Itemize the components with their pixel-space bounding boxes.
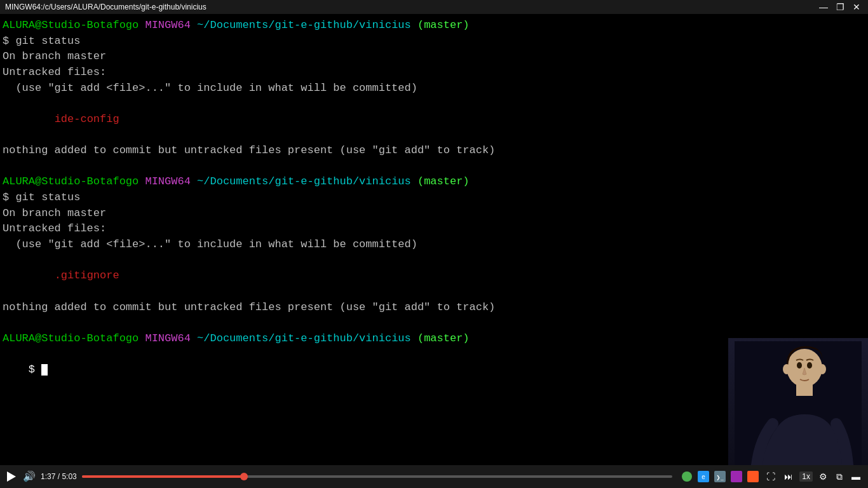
svg-rect-12 [731, 471, 742, 482]
taskbar-icon-3[interactable]: ❯_ [713, 470, 727, 484]
output-2-2: (use "git add <file>..." to include in w… [3, 237, 865, 253]
prompt-space-4 [139, 174, 145, 190]
prompt-space-5 [191, 174, 197, 190]
progress-dot [240, 473, 248, 480]
time-display: 1:37 / 5:03 [41, 472, 77, 481]
prompt-path-1: ~/Documents/git-e-github/vinicius [197, 18, 411, 34]
svg-point-5 [783, 364, 790, 374]
person-silhouette [728, 338, 868, 465]
prompt-user-3: ALURA@Studio-Botafogo [3, 331, 139, 347]
prompt-dollar: $ [29, 363, 41, 376]
prompt-space-2 [191, 18, 197, 34]
play-button[interactable] [5, 470, 18, 483]
untracked-file-2: .gitignore [55, 269, 119, 281]
svg-rect-13 [747, 471, 759, 482]
taskbar-icon-1[interactable] [680, 470, 694, 484]
svg-text:❯_: ❯_ [717, 475, 724, 480]
prompt-line-1: ALURA@Studio-Botafogo MINGW64 ~/Document… [3, 18, 865, 34]
untracked-file-1: ide-config [55, 113, 119, 125]
output-2-1: Untracked files: [3, 221, 865, 237]
prompt-space-6 [411, 174, 417, 190]
prompt-user-2: ALURA@Studio-Botafogo [3, 174, 139, 190]
output-1-7 [3, 159, 865, 175]
output-2-4: .gitignore [3, 268, 865, 284]
output-1-5 [3, 127, 865, 143]
pip-icon[interactable]: ⧉ [834, 470, 845, 484]
theater-icon[interactable]: ▬ [849, 470, 863, 483]
close-button[interactable]: ✕ [850, 2, 863, 12]
cursor [41, 364, 48, 376]
person-svg [735, 341, 862, 465]
output-2-0: On branch master [3, 206, 865, 222]
output-1-0: On branch master [3, 49, 865, 65]
output-1-3 [3, 96, 865, 112]
svg-point-4 [807, 362, 812, 369]
output-2-7 [3, 315, 865, 331]
svg-point-3 [797, 362, 802, 369]
output-1-6: nothing added to commit but untracked fi… [3, 143, 865, 159]
prompt-app-3: MINGW64 [145, 331, 190, 347]
volume-icon[interactable]: 🔊 [23, 470, 36, 483]
prompt-app-1: MINGW64 [145, 18, 190, 34]
speed-badge[interactable]: 1x [799, 471, 813, 482]
prompt-path-3: ~/Documents/git-e-github/vinicius [197, 331, 411, 347]
output-1-1: Untracked files: [3, 65, 865, 81]
person-overlay [728, 338, 868, 465]
play-icon [7, 471, 16, 482]
settings-icon[interactable]: ⚙ [817, 470, 830, 483]
output-2-6: nothing added to commit but untracked fi… [3, 300, 865, 316]
progress-bar[interactable] [82, 475, 673, 478]
svg-rect-2 [796, 384, 813, 396]
fullscreen-icon[interactable]: ⛶ [764, 470, 778, 483]
taskbar-icons: e ❯_ [680, 470, 760, 484]
bottom-bar: 🔊 1:37 / 5:03 e [0, 465, 868, 488]
prompt-branch-1: (master) [417, 18, 470, 34]
output-1-2: (use "git add <file>..." to include in w… [3, 81, 865, 97]
prompt-space-8 [191, 331, 197, 347]
title-bar-controls: — ❐ ✕ [817, 2, 863, 12]
prompt-app-2: MINGW64 [145, 174, 190, 190]
bottom-right-controls: e ❯_ ⛶ ⏭ 1x ⚙ ⧉ [677, 470, 863, 484]
command-line-1: $ git status [3, 34, 865, 50]
time-duration: 5:03 [62, 472, 76, 481]
prompt-space-7 [139, 331, 145, 347]
minimize-button[interactable]: — [817, 2, 830, 12]
time-elapsed: 1:37 [41, 472, 55, 481]
command-line-2: $ git status [3, 190, 865, 206]
prompt-path-2: ~/Documents/git-e-github/vinicius [197, 174, 411, 190]
svg-text:e: e [702, 473, 706, 480]
bottom-left-controls: 🔊 1:37 / 5:03 [5, 470, 77, 483]
taskbar-icon-2[interactable]: e [696, 470, 710, 484]
progress-bar-fill [82, 475, 245, 478]
skip-forward-icon[interactable]: ⏭ [782, 470, 796, 483]
title-bar: MINGW64:/c/Users/ALURA/Documents/git-e-g… [0, 0, 868, 14]
output-2-3 [3, 253, 865, 269]
taskbar-icon-4[interactable] [729, 470, 743, 484]
svg-point-6 [818, 364, 826, 374]
prompt-branch-2: (master) [417, 174, 470, 190]
prompt-space-1 [139, 18, 145, 34]
output-1-4: ide-config [3, 112, 865, 128]
prompt-space-9 [411, 331, 417, 347]
prompt-space-3 [411, 18, 417, 34]
prompt-branch-3: (master) [417, 331, 470, 347]
svg-point-7 [682, 471, 692, 482]
output-2-5 [3, 284, 865, 300]
maximize-button[interactable]: ❐ [834, 2, 846, 12]
taskbar-icon-5[interactable] [746, 470, 760, 484]
prompt-line-2: ALURA@Studio-Botafogo MINGW64 ~/Document… [3, 174, 865, 190]
prompt-user-1: ALURA@Studio-Botafogo [3, 18, 139, 34]
title-bar-text: MINGW64:/c/Users/ALURA/Documents/git-e-g… [5, 3, 207, 11]
